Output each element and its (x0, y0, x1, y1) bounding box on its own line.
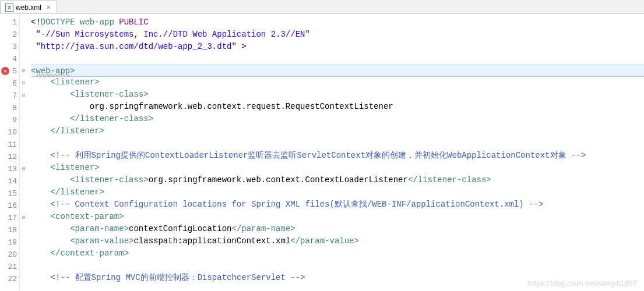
code-token: <param-value> (70, 236, 133, 246)
code-token: org.springframework.web.context.request.… (31, 102, 393, 111)
code-line[interactable]: <!-- Context Configuration locations for… (31, 198, 644, 211)
code-token: <param-name> (70, 224, 129, 233)
code-token: classpath:applicationContext.xml (133, 236, 290, 246)
fold-mark (20, 114, 27, 126)
line-number: 21 (0, 261, 19, 273)
fold-mark (20, 273, 27, 285)
fold-mark (20, 224, 27, 236)
code-token: "http://java.sun.com/dtd/web-app_2_3.dtd… (36, 42, 236, 51)
close-icon[interactable]: ✕ (45, 4, 52, 11)
line-number: 1 (0, 16, 19, 29)
code-line[interactable]: </listener-class> (31, 113, 644, 125)
code-token: DOCTYPE (41, 17, 75, 27)
code-token: contextConfigLocation (129, 224, 231, 233)
code-token: > (237, 42, 247, 51)
fold-mark (20, 151, 27, 163)
code-token (75, 17, 80, 27)
code-token: </param-name> (231, 224, 295, 233)
code-line[interactable]: <listener> (31, 76, 644, 88)
code-token: org.springframework.web.context.ContextL… (149, 175, 408, 184)
fold-mark[interactable]: ⊟ (20, 163, 27, 175)
line-number: 10 (0, 126, 19, 139)
line-number: 4 (0, 53, 19, 65)
code-token: <context-param> (51, 212, 124, 221)
code-token (31, 187, 51, 197)
code-token: > (70, 66, 75, 76)
code-line[interactable]: <param-name>contextConfigLocation</param… (31, 223, 644, 235)
editor: 12345✕678910111213141516171819202122 ⊡⊟⊟… (0, 14, 644, 291)
fold-mark[interactable]: ⊟ (20, 77, 27, 90)
code-token: <listener> (51, 77, 100, 87)
fold-mark (20, 41, 27, 53)
fold-mark[interactable]: ⊡ (20, 65, 27, 77)
code-line[interactable]: "-//Sun Microsystems, Inc.//DTD Web Appl… (31, 29, 644, 41)
fold-mark (20, 126, 27, 139)
line-number: 6 (0, 77, 19, 90)
fold-mark[interactable]: ⊟ (20, 90, 27, 102)
code-token: PUBLIC (119, 17, 148, 27)
code-token (31, 126, 51, 136)
code-token: web-app (36, 66, 70, 76)
fold-mark (20, 102, 27, 114)
error-icon[interactable]: ✕ (1, 67, 9, 75)
code-line[interactable]: <!-- 配置Spring MVC的前端控制器：DispatchcerServl… (31, 272, 644, 284)
code-line[interactable]: </context-param> (31, 247, 644, 260)
fold-mark (20, 29, 27, 41)
code-token (31, 114, 70, 123)
code-line[interactable]: <!DOCTYPE web-app PUBLIC (31, 16, 644, 29)
line-number: 5✕ (0, 65, 19, 77)
line-number: 3 (0, 41, 19, 53)
code-line[interactable]: </listener> (31, 125, 644, 137)
code-line[interactable]: org.springframework.web.context.request.… (31, 101, 644, 113)
code-token (31, 163, 51, 172)
line-number: 13 (0, 163, 19, 175)
code-token (31, 77, 51, 87)
code-line[interactable] (31, 137, 644, 150)
code-token: </context-param> (51, 249, 129, 258)
code-token: </listener> (51, 187, 104, 197)
code-token (31, 200, 51, 209)
line-number: 2 (0, 29, 19, 41)
fold-mark[interactable]: ⊟ (20, 212, 27, 224)
code-line[interactable]: "http://java.sun.com/dtd/web-app_2_3.dtd… (31, 41, 644, 53)
xml-file-icon: X (5, 3, 13, 12)
code-area[interactable]: <!DOCTYPE web-app PUBLIC "-//Sun Microsy… (27, 14, 644, 291)
code-token: <! (31, 17, 41, 27)
code-token: <listener> (51, 163, 100, 172)
code-token: "-//Sun Microsystems, Inc.//DTD Web Appl… (36, 30, 309, 39)
editor-tab[interactable]: X web.xml ✕ (0, 1, 57, 13)
code-line[interactable]: <context-param> (31, 211, 644, 223)
code-token (31, 273, 51, 282)
code-token (31, 90, 70, 99)
code-token: <!-- 利用Spring提供的ContextLoaderListener监听器… (51, 151, 586, 160)
code-token (31, 212, 51, 221)
line-number: 8 (0, 102, 19, 114)
code-token: <!-- Context Configuration locations for… (51, 200, 544, 209)
code-line[interactable]: <param-value>classpath:applicationContex… (31, 235, 644, 247)
code-line[interactable]: <listener-class>org.springframework.web.… (31, 174, 644, 186)
code-token (114, 17, 119, 27)
code-line[interactable]: <!-- 利用Spring提供的ContextLoaderListener监听器… (31, 150, 644, 162)
code-line[interactable] (31, 53, 644, 65)
fold-gutter: ⊡⊟⊟⊟⊟ (20, 14, 27, 291)
fold-mark (20, 187, 27, 200)
code-line[interactable]: </listener> (31, 186, 644, 198)
code-token: web-app (80, 17, 114, 27)
code-token (31, 236, 70, 246)
code-line[interactable]: <listener> (31, 162, 644, 174)
code-line[interactable]: <listener-class> (31, 88, 644, 101)
line-number: 11 (0, 139, 19, 151)
code-token (31, 224, 70, 233)
code-token (31, 151, 51, 160)
code-token: </listener> (51, 126, 104, 136)
fold-mark (20, 261, 27, 273)
code-line[interactable]: <web-app> (31, 65, 644, 77)
line-number: 22 (0, 273, 19, 285)
code-token: </listener-class> (70, 114, 153, 123)
code-token: </listener-class> (408, 175, 491, 184)
line-number: 16 (0, 200, 19, 212)
code-line[interactable] (31, 260, 644, 272)
code-token: <listener-class> (70, 90, 148, 99)
line-number: 17 (0, 212, 19, 224)
line-number: 20 (0, 249, 19, 261)
